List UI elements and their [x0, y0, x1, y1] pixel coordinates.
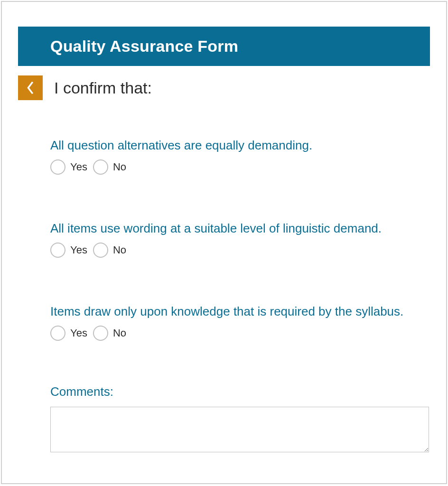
question-text: All items use wording at a suitable leve… [50, 221, 430, 236]
comments-textarea[interactable] [50, 407, 429, 452]
section-title: I confirm that: [54, 79, 152, 97]
radio-label-yes: Yes [70, 327, 87, 339]
radio-label-no: No [113, 327, 126, 339]
form-header: Quality Assurance Form [18, 27, 430, 66]
radio-circle-icon [50, 243, 65, 258]
radio-circle-icon [93, 326, 108, 341]
question-block: All items use wording at a suitable leve… [50, 221, 430, 258]
radio-circle-icon [50, 159, 65, 175]
back-button[interactable] [18, 75, 43, 100]
radio-option-yes[interactable]: Yes [50, 159, 87, 175]
radio-option-yes[interactable]: Yes [50, 326, 87, 341]
radio-option-no[interactable]: No [93, 326, 126, 341]
question-block: All question alternatives are equally de… [50, 138, 430, 175]
radio-group: Yes No [50, 326, 430, 341]
form-frame: Quality Assurance Form I confirm that: A… [1, 1, 447, 484]
question-block: Items draw only upon knowledge that is r… [50, 304, 430, 341]
radio-group: Yes No [50, 159, 430, 175]
radio-circle-icon [93, 159, 108, 175]
radio-circle-icon [93, 243, 108, 258]
comments-block: Comments: [50, 384, 430, 454]
radio-option-no[interactable]: No [93, 159, 126, 175]
radio-label-no: No [113, 161, 126, 173]
radio-option-no[interactable]: No [93, 243, 126, 258]
comments-label: Comments: [50, 384, 430, 399]
radio-circle-icon [50, 326, 65, 341]
question-text: Items draw only upon knowledge that is r… [50, 304, 430, 319]
question-text: All question alternatives are equally de… [50, 138, 430, 153]
chevron-left-icon [26, 81, 35, 94]
radio-option-yes[interactable]: Yes [50, 243, 87, 258]
form-title: Quality Assurance Form [50, 37, 238, 55]
radio-label-yes: Yes [70, 244, 87, 256]
radio-label-no: No [113, 244, 126, 256]
radio-label-yes: Yes [70, 161, 87, 173]
radio-group: Yes No [50, 243, 430, 258]
section-row: I confirm that: [18, 75, 430, 100]
questions-container: All question alternatives are equally de… [50, 138, 430, 454]
